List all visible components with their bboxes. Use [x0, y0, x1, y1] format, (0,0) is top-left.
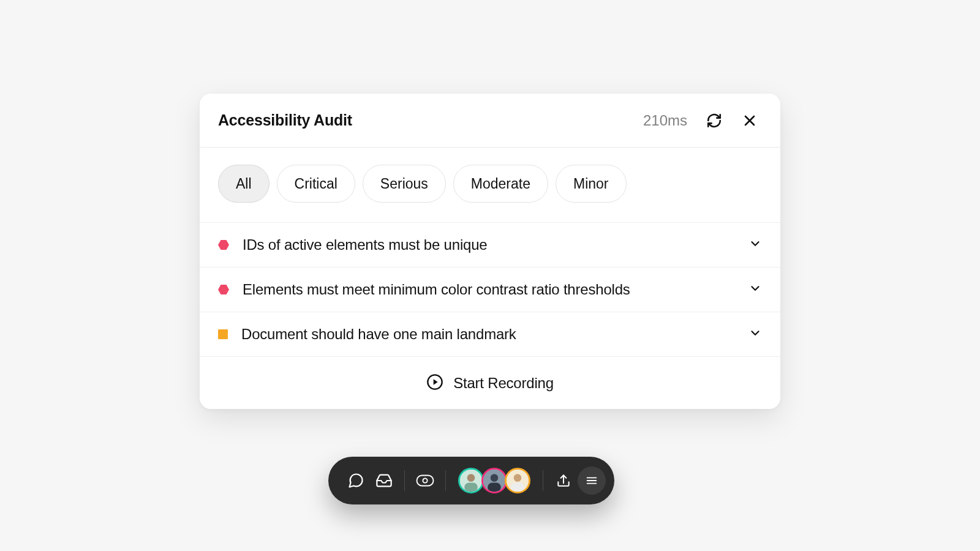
start-recording-label: Start Recording [453, 375, 554, 392]
visibility-toggle-button[interactable] [411, 467, 439, 495]
refresh-button[interactable] [702, 108, 726, 133]
svg-point-13 [514, 474, 522, 482]
inbox-icon [375, 472, 393, 489]
close-icon [742, 113, 757, 128]
inbox-button[interactable] [370, 467, 398, 495]
filter-chip-minor[interactable]: Minor [556, 165, 627, 203]
chevron-down-icon [748, 326, 762, 342]
issue-row[interactable]: Elements must meet minimum color contras… [200, 267, 780, 312]
issue-row[interactable]: Document should have one main landmark [200, 312, 780, 356]
toolbar-separator [445, 470, 446, 491]
chat-bubble-icon [347, 472, 364, 489]
accessibility-audit-panel: Accessibility Audit 210ms All Critical S… [200, 94, 780, 409]
collaborator-avatars [458, 468, 530, 493]
comments-button[interactable] [342, 467, 370, 495]
audit-duration: 210ms [643, 112, 687, 129]
panel-title: Accessibility Audit [218, 111, 352, 129]
svg-rect-14 [511, 483, 524, 492]
severity-filters: All Critical Serious Moderate Minor [200, 148, 780, 222]
issue-row[interactable]: IDs of active elements must be unique [200, 222, 780, 267]
more-menu-button[interactable] [578, 467, 606, 495]
filter-chip-serious[interactable]: Serious [363, 165, 446, 203]
chevron-down-icon [748, 237, 762, 253]
menu-icon [585, 474, 598, 487]
svg-marker-3 [434, 379, 438, 384]
start-recording-button[interactable]: Start Recording [200, 356, 780, 409]
panel-header: Accessibility Audit 210ms [200, 94, 780, 148]
severity-moderate-icon [218, 329, 228, 339]
avatar[interactable] [458, 468, 484, 493]
share-icon [556, 473, 571, 489]
floating-toolbar [328, 457, 614, 504]
issue-list: IDs of active elements must be unique El… [200, 222, 780, 356]
issue-label: Document should have one main landmark [241, 326, 748, 343]
share-button[interactable] [549, 467, 578, 495]
eye-icon [416, 474, 434, 487]
avatar[interactable] [505, 468, 530, 493]
svg-point-7 [467, 474, 475, 482]
filter-chip-critical[interactable]: Critical [277, 165, 355, 203]
filter-chip-all[interactable]: All [218, 165, 270, 203]
chevron-down-icon [748, 282, 762, 298]
refresh-icon [706, 113, 722, 129]
severity-critical-icon [218, 284, 229, 295]
svg-rect-4 [417, 476, 434, 486]
toolbar-separator [543, 470, 543, 491]
play-circle-icon [426, 373, 443, 393]
svg-rect-11 [488, 483, 501, 492]
close-button[interactable] [737, 108, 762, 133]
svg-point-10 [491, 474, 499, 482]
filter-chip-moderate[interactable]: Moderate [453, 165, 548, 203]
issue-label: Elements must meet minimum color contras… [243, 281, 748, 298]
avatar[interactable] [481, 468, 507, 493]
issue-label: IDs of active elements must be unique [243, 236, 748, 253]
toolbar-separator [404, 470, 405, 491]
svg-point-5 [423, 478, 427, 482]
severity-critical-icon [218, 239, 229, 250]
svg-rect-8 [464, 483, 478, 492]
